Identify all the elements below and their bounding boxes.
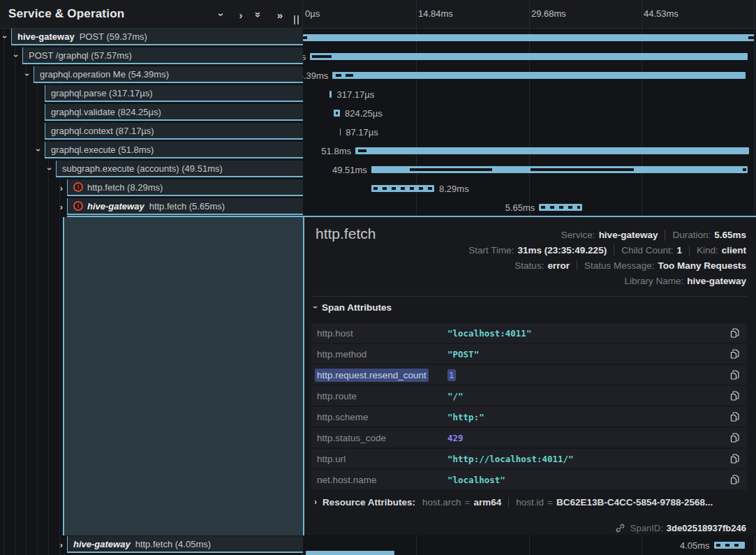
resource-attributes-row[interactable]: › Resource Attributes: host.arch=arm64ho…: [314, 495, 713, 509]
span-title: http.fetch: [316, 225, 376, 242]
attribute-key: http.scheme: [317, 412, 369, 422]
attribute-key: http.method: [317, 349, 366, 360]
chevron-down-icon[interactable]: ›: [43, 164, 58, 174]
span-tree-row[interactable]: hive-gatewayPOST (59.37ms)›: [0, 29, 303, 47]
span-tree-row[interactable]: graphql.execute (51.8ms)›: [0, 142, 303, 161]
attribute-key: http.request.resend_count: [317, 370, 427, 380]
copy-icon[interactable]: [728, 452, 741, 465]
chevron-down-icon[interactable]: ›: [215, 8, 229, 22]
attribute-value: "/": [447, 391, 464, 401]
span-id-row: SpanID: 3de02518937fb246: [615, 521, 746, 534]
copy-icon[interactable]: [728, 410, 741, 423]
chevron-down-icon[interactable]: ›: [20, 70, 36, 80]
meta-divider: [689, 245, 690, 256]
service-operation-title: Service & Operation: [8, 7, 124, 21]
bar-child-gap-mark: [531, 168, 634, 171]
meta-value: client: [722, 245, 746, 256]
span-duration-bar[interactable]: [340, 128, 341, 135]
meta-value: 31ms (23:35:49.225): [518, 245, 607, 256]
span-tree-row[interactable]: !hive-gatewayhttp.fetch (5.65ms)›: [0, 198, 303, 217]
attribute-row: http.method"POST": [311, 344, 747, 364]
attribute-row: net.host.name"localhost": [311, 470, 747, 489]
span-row-box[interactable]: graphql.parse (317.17µs): [45, 85, 303, 102]
span-tree-row[interactable]: graphql.validate (824.25µs): [0, 104, 303, 123]
span-duration-bar[interactable]: [539, 204, 581, 211]
panel-resize-handle[interactable]: [294, 15, 302, 24]
attribute-value: "POST": [447, 349, 479, 360]
bar-dash-pattern: [373, 187, 432, 190]
copy-icon[interactable]: [728, 327, 741, 339]
span-row-box[interactable]: !http.fetch (8.29ms): [67, 179, 303, 196]
double-chevron-down-icon[interactable]: »: [252, 8, 266, 22]
meta-label: Service:: [561, 230, 595, 240]
meta-value: Too Many Requests: [658, 260, 746, 271]
span-duration-bar[interactable]: [329, 91, 332, 98]
copy-icon[interactable]: [728, 348, 741, 360]
span-row-box[interactable]: graphql.operation Me (54.39ms): [34, 66, 303, 83]
copy-icon[interactable]: [728, 473, 741, 486]
copy-icon[interactable]: [728, 390, 741, 402]
meta-label: Child Count:: [621, 245, 673, 256]
attribute-key: net.host.name: [317, 475, 377, 485]
attribute-value: "http://localhost:4011/": [447, 454, 574, 464]
bar-duration-label: 51.8ms: [321, 142, 351, 161]
bar-child-gap-mark: [336, 74, 341, 77]
span-duration-bar[interactable]: [714, 542, 745, 549]
attribute-row: http.scheme"http:": [311, 407, 747, 427]
span-tree-row[interactable]: POST /graphql (57.57ms)›: [0, 47, 303, 66]
copy-icon[interactable]: [728, 431, 741, 444]
chevron-down-icon[interactable]: ›: [0, 32, 13, 42]
bar-child-gap-mark: [312, 55, 332, 58]
span-tree-row[interactable]: !http.fetch (8.29ms)›: [0, 179, 303, 198]
meta-line: Start Time:31ms (23:35:49.225)Child Coun…: [468, 242, 746, 258]
meta-divider: [665, 230, 665, 240]
span-row-box[interactable]: hive-gatewayPOST (59.37ms): [11, 29, 303, 45]
span-duration-bar[interactable]: [303, 34, 754, 41]
header-divider: [302, 0, 303, 29]
span-row-box[interactable]: hive-gatewayhttp.fetch (4.05ms): [67, 536, 303, 553]
meta-value: 1: [676, 245, 682, 256]
span-operation-label: graphql.execute (51.8ms): [51, 145, 154, 155]
span-tree-row[interactable]: graphql.context (87.17µs): [0, 123, 303, 142]
span-row-box[interactable]: !hive-gatewayhttp.fetch (5.65ms): [67, 198, 303, 215]
chevron-right-icon[interactable]: ›: [57, 199, 66, 214]
chevron-right-icon[interactable]: ›: [57, 537, 66, 552]
span-row-box[interactable]: POST /graphql (57.57ms): [22, 47, 303, 64]
span-row-box[interactable]: subgraph.execute (accounts) (49.51ms): [56, 161, 303, 177]
next-span-bar-partial[interactable]: [306, 551, 394, 555]
span-row-box[interactable]: graphql.context (87.17µs): [45, 123, 303, 140]
span-operation-label: POST (59.37ms): [80, 31, 147, 42]
span-tree-row[interactable]: hive-gatewayhttp.fetch (4.05ms)›: [0, 536, 303, 555]
span-row-box[interactable]: graphql.validate (824.25µs): [45, 104, 303, 121]
span-tree-row[interactable]: graphql.operation Me (54.39ms)›: [0, 66, 303, 85]
span-duration-bar[interactable]: [371, 185, 434, 192]
bar-duration-label: 5.65ms: [505, 198, 535, 217]
span-duration-bar[interactable]: [355, 147, 749, 154]
attribute-value: "localhost:4011": [447, 328, 531, 339]
span-duration-bar[interactable]: [332, 72, 746, 79]
copy-icon[interactable]: [728, 369, 741, 381]
resource-key: host.arch: [422, 497, 461, 508]
meta-label: Start Time:: [468, 245, 514, 256]
span-attributes-header[interactable]: › Span Attributes: [314, 301, 392, 313]
span-operation-label: http.fetch (8.29ms): [87, 182, 163, 193]
span-operation-label: graphql.operation Me (54.39ms): [40, 69, 169, 80]
chevron-down-icon[interactable]: ›: [31, 145, 47, 155]
double-chevron-right-icon[interactable]: »: [273, 8, 287, 22]
ruler-tick-label: 0µs: [305, 8, 320, 19]
bar-duration-label: 57.57ms: [303, 47, 306, 66]
span-duration-bar[interactable]: [371, 166, 748, 173]
bar-dash-pattern: [541, 206, 579, 209]
chevron-down-icon[interactable]: ›: [9, 51, 24, 61]
span-row-box[interactable]: graphql.execute (51.8ms): [45, 142, 303, 158]
chevron-right-icon[interactable]: ›: [234, 8, 248, 22]
span-duration-bar[interactable]: [334, 110, 340, 117]
span-tree-row[interactable]: subgraph.execute (accounts) (49.51ms)›: [0, 161, 303, 179]
chevron-right-icon: ›: [314, 497, 317, 507]
bar-duration-label: 87.17µs: [346, 123, 378, 142]
chevron-right-icon[interactable]: ›: [57, 180, 66, 195]
span-duration-bar[interactable]: [310, 53, 747, 60]
bar-dash-pattern: [716, 544, 743, 547]
panel-divider: [311, 296, 747, 297]
span-tree-row[interactable]: graphql.parse (317.17µs): [0, 85, 303, 104]
